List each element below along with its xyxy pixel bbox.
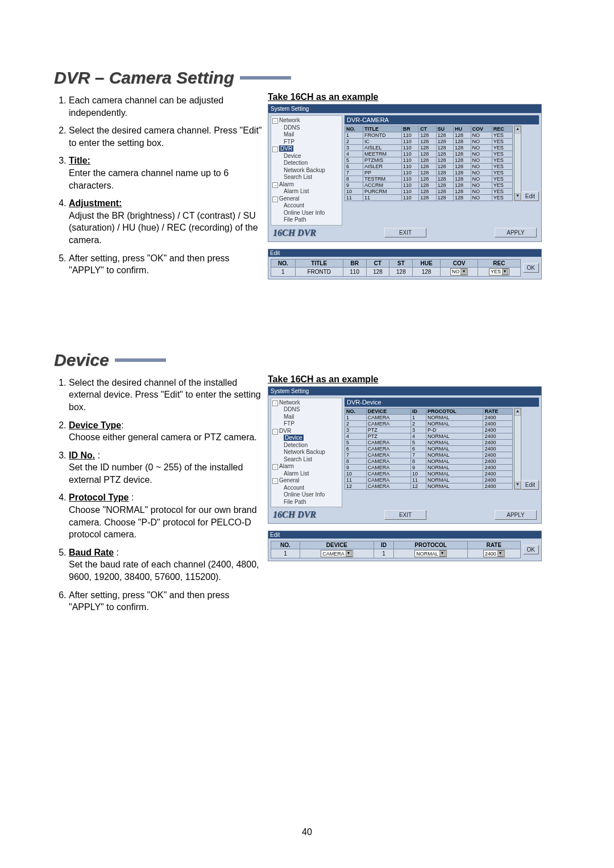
table-row[interactable]: 5CAMERA5NORMAL2400 xyxy=(345,439,513,445)
table-row[interactable]: 7CAMERA7NORMAL2400 xyxy=(345,452,513,458)
edit-proto[interactable]: NORMAL ▾ xyxy=(393,549,467,558)
table-row[interactable]: 1CAMERA1NORMAL2400 xyxy=(345,414,513,420)
tree-alarmlist[interactable]: Alarm List xyxy=(272,470,341,478)
scroll-up-icon[interactable]: ▲ xyxy=(515,408,520,416)
col-title[interactable]: TITLE xyxy=(363,126,401,132)
edit-button[interactable]: Edit xyxy=(521,480,539,490)
table-row[interactable]: 1FRONTD110128128128NOYES xyxy=(345,132,513,139)
tree-online[interactable]: Online User Info xyxy=(272,491,341,499)
tree-ftp[interactable]: FTP xyxy=(272,139,341,146)
col-no[interactable]: NO. xyxy=(345,408,367,414)
table-row[interactable]: 5PTZMIS110128128128NOYES xyxy=(345,157,513,164)
table-row[interactable]: 9ACCRM110128128128NOYES xyxy=(345,182,513,189)
chevron-down-icon[interactable]: ▾ xyxy=(460,269,467,275)
tree-general[interactable]: General xyxy=(279,477,300,483)
tree-mail[interactable]: Mail xyxy=(272,414,341,421)
table-row[interactable]: 7PP110128128128NOYES xyxy=(345,170,513,176)
col-br[interactable]: BR xyxy=(401,126,418,132)
edit-title-val[interactable]: FRONTD xyxy=(295,267,343,276)
table-row[interactable]: 10CAMERA10NORMAL2400 xyxy=(345,470,513,477)
tree-networkbackup[interactable]: Network Backup xyxy=(272,167,341,174)
table-row[interactable]: 12CAMERA12NORMAL2400 xyxy=(345,483,513,489)
expand-icon[interactable]: - xyxy=(272,400,278,406)
tree-detection[interactable]: Detection xyxy=(272,442,341,449)
device-dropdown[interactable]: CAMERA ▾ xyxy=(321,550,353,557)
tree-mail[interactable]: Mail xyxy=(272,131,341,139)
tree-ddns[interactable]: DDNS xyxy=(272,124,341,132)
col-rate[interactable]: RATE xyxy=(483,408,513,414)
table-row[interactable]: 2CAMERA2NORMAL2400 xyxy=(345,420,513,427)
chevron-down-icon[interactable]: ▾ xyxy=(439,550,446,557)
col-cov[interactable]: COV xyxy=(471,126,492,132)
cov-dropdown[interactable]: NO ▾ xyxy=(450,268,468,276)
vertical-scrollbar[interactable]: ▲ ▼ xyxy=(514,126,521,201)
rec-dropdown[interactable]: YES ▾ xyxy=(489,268,509,276)
tree-ftp[interactable]: FTP xyxy=(272,420,341,428)
edit-hue[interactable]: 128 xyxy=(413,267,441,276)
col-no[interactable]: NO. xyxy=(345,126,363,132)
tree-ddns[interactable]: DDNS xyxy=(272,406,341,414)
edit-device[interactable]: CAMERA ▾ xyxy=(300,549,374,558)
tree-alarm[interactable]: Alarm xyxy=(279,463,294,469)
expand-icon[interactable]: - xyxy=(272,118,278,124)
table-row[interactable]: 9CAMERA9NORMAL2400 xyxy=(345,464,513,470)
chevron-down-icon[interactable]: ▾ xyxy=(497,550,504,557)
expand-icon[interactable]: - xyxy=(272,147,278,152)
tree-general[interactable]: General xyxy=(279,195,300,202)
tree-dvr[interactable]: DVR xyxy=(279,428,291,434)
exit-button[interactable]: EXIT xyxy=(384,228,426,237)
table-row[interactable]: 4PTZ4NORMAL2400 xyxy=(345,433,513,439)
col-id[interactable]: ID xyxy=(411,408,426,414)
chevron-down-icon[interactable]: ▾ xyxy=(502,269,508,275)
tree-alarm[interactable]: Alarm xyxy=(279,181,294,187)
expand-icon[interactable]: - xyxy=(272,429,278,435)
col-device[interactable]: DEVICE xyxy=(366,408,410,414)
tree-searchlist[interactable]: Search List xyxy=(272,174,341,181)
edit-id[interactable]: 1 xyxy=(374,549,394,558)
tree-dvr[interactable]: DVR xyxy=(279,145,293,152)
table-row[interactable]: 6AISLER110128128128NOYES xyxy=(345,164,513,170)
table-row[interactable]: 1111110128128128NOYES xyxy=(345,195,513,201)
table-row[interactable]: 8TESTRM110128128128NOYES xyxy=(345,176,513,182)
tree-network[interactable]: Network xyxy=(279,399,300,406)
apply-button[interactable]: APPLY xyxy=(495,510,537,520)
proto-dropdown[interactable]: NORMAL ▾ xyxy=(414,550,447,557)
tree-online[interactable]: Online User Info xyxy=(272,210,341,217)
edit-cov[interactable]: NO ▾ xyxy=(440,267,478,276)
chevron-down-icon[interactable]: ▾ xyxy=(346,550,352,557)
table-row[interactable]: 10PURCRM110128128128NOYES xyxy=(345,189,513,195)
device-table[interactable]: NO. DEVICE ID PROCOTOL RATE 1CAMERA1NORM… xyxy=(345,408,513,490)
table-row[interactable]: 11CAMERA11NORMAL2400 xyxy=(345,477,513,483)
table-row[interactable]: 3AISLEL110128128128NOYES xyxy=(345,145,513,151)
col-rec[interactable]: REC xyxy=(492,126,513,132)
tree-detection[interactable]: Detection xyxy=(272,160,341,167)
col-ct[interactable]: CT xyxy=(419,126,436,132)
rate-dropdown[interactable]: 2400 ▾ xyxy=(483,550,505,557)
tree-account[interactable]: Account xyxy=(272,485,341,492)
expand-icon[interactable]: - xyxy=(272,197,278,202)
nav-tree[interactable]: -Network DDNS Mail FTP -DVR Device Detec… xyxy=(271,115,342,226)
col-proto[interactable]: PROCOTOL xyxy=(426,408,483,414)
table-row[interactable]: 8CAMERA8NORMAL2400 xyxy=(345,458,513,464)
nav-tree[interactable]: -Network DDNS Mail FTP -DVR Device Detec… xyxy=(271,398,342,508)
expand-icon[interactable]: - xyxy=(272,464,278,470)
edit-st[interactable]: 128 xyxy=(389,267,413,276)
edit-rate[interactable]: 2400 ▾ xyxy=(468,549,520,558)
table-row[interactable]: 4MEETRM110128128128NOYES xyxy=(345,151,513,157)
table-row[interactable]: 6CAMERA6NORMAL2400 xyxy=(345,445,513,452)
tree-searchlist[interactable]: Search List xyxy=(272,456,341,464)
edit-button[interactable]: Edit xyxy=(521,191,539,201)
expand-icon[interactable]: - xyxy=(272,478,278,484)
edit-rec[interactable]: YES ▾ xyxy=(478,267,520,276)
ok-button[interactable]: OK xyxy=(523,263,539,273)
table-row[interactable]: 2IC110128128128NOYES xyxy=(345,139,513,145)
table-row[interactable]: 3PTZ3P-D2400 xyxy=(345,427,513,433)
scroll-down-icon[interactable]: ▼ xyxy=(515,482,520,489)
edit-ct[interactable]: 128 xyxy=(366,267,389,276)
tree-filepath[interactable]: File Path xyxy=(272,216,341,224)
tree-device[interactable]: Device xyxy=(284,435,304,441)
apply-button[interactable]: APPLY xyxy=(495,228,537,237)
tree-alarmlist[interactable]: Alarm List xyxy=(272,188,341,195)
tree-account[interactable]: Account xyxy=(272,202,341,210)
scroll-down-icon[interactable]: ▼ xyxy=(515,193,520,201)
